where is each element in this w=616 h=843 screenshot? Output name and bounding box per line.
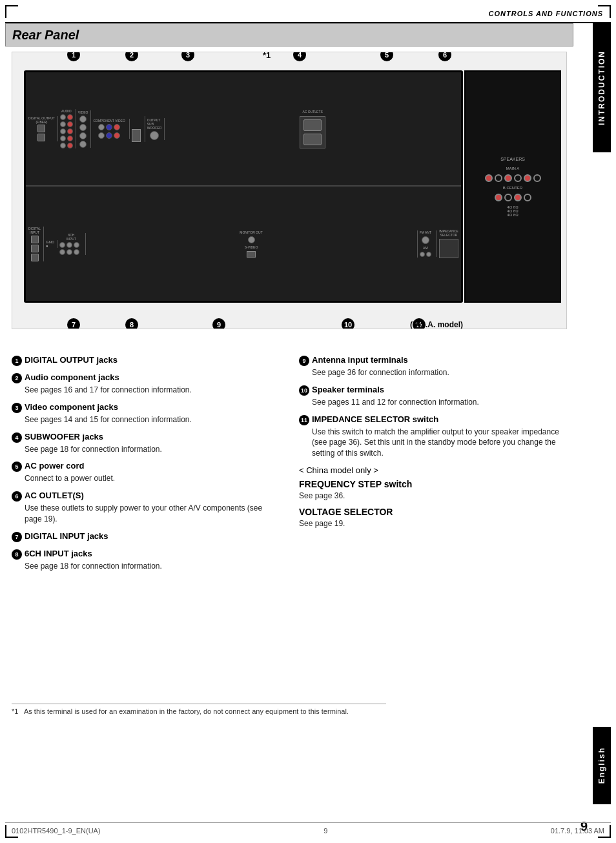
num-6: 6: [12, 491, 22, 502]
speaker-label: SPEAKERS: [500, 157, 525, 161]
do-label: DIGITAL OUTPUT(FIBER): [28, 116, 55, 124]
ant-label: FM ANT: [420, 230, 431, 234]
subwoofer-section: OUTPUTSUBWOOFER: [147, 118, 165, 140]
jack: [79, 132, 87, 139]
speaker-area: SPEAKERS MAIN A B CENTER: [464, 70, 561, 303]
item-label-8: 6CH INPUT jacks: [25, 549, 92, 558]
freq-step-body: See page 36.: [299, 491, 567, 502]
spk-jack: [495, 194, 502, 201]
jack: [67, 128, 73, 134]
item-block-11: 11 IMPEDANCE SELECTOR switch Use this sw…: [299, 414, 567, 459]
jack: [67, 249, 72, 255]
footer-right: 01.7.9, 11:03 AM: [551, 827, 604, 835]
digital-in-section: DIGITALINPUT: [28, 227, 44, 261]
power-section: AC OUTLETS: [167, 110, 458, 148]
num-2: 2: [12, 373, 22, 383]
usa-model: (U.S.A. model): [410, 320, 463, 329]
callout-2: 2: [125, 52, 138, 61]
left-column: 1 DIGITAL OUTPUT jacks 2 Audio component…: [12, 355, 280, 578]
spk-jack: [514, 174, 522, 182]
callout-3: 3: [181, 52, 194, 61]
item-block-10: 10 Speaker terminals See pages 11 and 12…: [299, 385, 567, 408]
do-jack-2: [37, 134, 45, 141]
spk-jack: [485, 174, 493, 182]
am-jacks: [420, 252, 431, 257]
jack: [114, 132, 120, 139]
svid-label: S-VIDEO: [245, 245, 258, 249]
item-block-7: 7 DIGITAL INPUT jacks: [12, 531, 280, 542]
ant-jack: [422, 236, 429, 244]
comp-row: [98, 132, 120, 139]
test-terminal: [132, 116, 145, 142]
diagram-inner: 1 2 3 *1 4 5 6 DIGITAL OUTPUT(FIBER): [12, 52, 566, 329]
item-label-4: SUBWOOFER jacks: [25, 432, 103, 442]
audio-row-3: [60, 128, 73, 134]
footnote-area: *1 As this terminal is used for an exami…: [12, 704, 386, 716]
center-jacks: [495, 194, 531, 201]
item-label-2: Audio component jacks: [25, 372, 119, 382]
footnote-marker: *1: [12, 707, 18, 715]
jack: [60, 143, 66, 148]
corner-br: [598, 825, 611, 838]
num-5: 5: [12, 462, 22, 472]
item-body-3: See pages 14 and 15 for connection infor…: [25, 414, 280, 425]
gnd-section: GND●: [46, 240, 57, 248]
content-area: 1 DIGITAL OUTPUT jacks 2 Audio component…: [12, 355, 567, 578]
english-label: English: [597, 747, 606, 784]
jack: [74, 242, 79, 248]
china-section: < China model only > FREQUENCY STEP swit…: [299, 465, 567, 529]
jack: [106, 132, 112, 139]
callout-1: 1: [67, 52, 80, 61]
intro-label: INTRODUCTION: [597, 50, 606, 125]
item-title-6: 6 AC OUTLET(S): [12, 491, 280, 502]
audio-section: AUDIO: [60, 109, 76, 148]
main-label: MAIN A: [506, 167, 519, 170]
imp-label: IMPEDANCESELECTOR: [439, 229, 458, 237]
jack: [67, 143, 73, 148]
num-9: 9: [299, 356, 309, 366]
6ch-jacks: [59, 242, 83, 255]
callout-4: 4: [293, 52, 306, 61]
footer: 0102HTR5490_1-9_EN(UA) 9 01.7.9, 11:03 A…: [5, 822, 611, 838]
antenna-section: FM ANT AM: [420, 230, 437, 257]
spk-jack: [495, 174, 502, 182]
di-jacks: [31, 236, 39, 261]
section-title: Rear Panel: [12, 28, 79, 43]
num-11: 11: [299, 415, 309, 425]
di-jack: [31, 254, 39, 261]
china-label: < China model only >: [299, 465, 567, 475]
num-10: 10: [299, 385, 309, 396]
spk-jack: [524, 174, 531, 182]
audio-jacks: [60, 114, 73, 148]
jack: [59, 242, 65, 248]
item-label-5: AC power cord: [25, 461, 84, 471]
jack: [98, 124, 105, 130]
audio-row-5: [60, 143, 73, 148]
item-title-10: 10 Speaker terminals: [299, 385, 567, 396]
section-title-bar: Rear Panel: [5, 23, 573, 46]
item-title-9: 9 Antenna input terminals: [299, 355, 567, 366]
do-jacks: [37, 125, 45, 141]
jack: [67, 114, 73, 120]
svid-jack: [247, 251, 256, 258]
main-jacks: [485, 174, 541, 182]
6ch-label: 6CHINPUT: [67, 233, 76, 241]
outlet-1: [303, 119, 322, 131]
spk-jack: [504, 194, 512, 201]
jack: [426, 252, 431, 257]
comp-label: COMPONENT VIDEO: [93, 119, 125, 123]
jack: [106, 124, 112, 130]
6ch-section: 6CHINPUT: [59, 233, 86, 255]
audio-row-2: [60, 121, 73, 127]
item-block-3: 3 Video component jacks See pages 14 and…: [12, 402, 280, 425]
item-body-10: See pages 11 and 12 for connection infor…: [312, 397, 567, 408]
item-label-11: IMPEDANCE SELECTOR switch: [312, 414, 438, 424]
di-jack: [31, 245, 39, 252]
item-label-10: Speaker terminals: [312, 385, 384, 394]
item-body-11: Use this switch to match the amplifier o…: [312, 427, 567, 459]
test-jack: [132, 129, 141, 142]
am-label: AM: [423, 246, 428, 250]
sub-label: OUTPUTSUBWOOFER: [147, 118, 162, 130]
jack: [59, 249, 65, 255]
diagram-area: 1 2 3 *1 4 5 6 DIGITAL OUTPUT(FIBER): [12, 52, 567, 329]
